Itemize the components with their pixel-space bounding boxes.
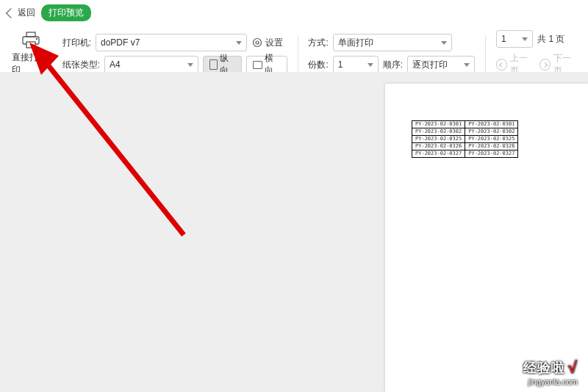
table-row: PY-2023-02-0302PY-2023-02-0302 <box>412 128 518 136</box>
top-bar: 返回 打印预览 <box>0 0 588 26</box>
page-input[interactable]: 1 <box>496 30 533 48</box>
chevron-down-icon <box>236 41 242 45</box>
check-icon: √ <box>568 358 578 377</box>
printer-value: doPDF v7 <box>101 37 140 48</box>
paper-value: A4 <box>110 59 121 70</box>
printer-select[interactable]: doPDF v7 <box>96 34 247 51</box>
mode-group: 方式: 单面打印 份数: 1 顺序: 逐页打印 <box>308 34 475 73</box>
watermark-title: 经验啦 <box>523 359 565 377</box>
preview-area: PY-2023-02-0301PY-2023-02-0301PY-2023-02… <box>0 72 588 392</box>
printer-label: 打印机: <box>62 37 91 49</box>
copies-value: 1 <box>338 59 343 70</box>
separator <box>485 35 486 72</box>
order-label: 顺序: <box>383 59 403 71</box>
svg-point-4 <box>253 39 261 47</box>
chevron-down-icon <box>522 37 528 41</box>
orientation-landscape[interactable]: 横向 <box>246 56 287 73</box>
table-row: PY-2023-02-0326PY-2023-02-0326 <box>412 143 518 150</box>
separator <box>298 35 298 72</box>
watermark-url: jingyanla.com <box>523 377 578 386</box>
table-cell: PY-2023-02-0325 <box>412 136 465 143</box>
total-pages: 共 1 页 <box>537 33 564 46</box>
back-button[interactable]: 返回 <box>7 7 35 19</box>
preview-table: PY-2023-02-0301PY-2023-02-0301PY-2023-02… <box>412 120 518 158</box>
chevron-left-icon <box>6 7 16 18</box>
page-input-value: 1 <box>501 34 506 44</box>
chevron-down-icon <box>187 63 193 67</box>
chevron-down-icon <box>46 62 51 65</box>
table-row: PY-2023-02-0327PY-2023-02-0327 <box>412 150 518 158</box>
circle-right-icon <box>539 59 551 70</box>
order-select[interactable]: 逐页打印 <box>407 56 475 73</box>
table-cell: PY-2023-02-0302 <box>412 128 465 136</box>
table-cell: PY-2023-02-0327 <box>412 150 465 158</box>
mode-label: 方式: <box>308 37 328 49</box>
settings-label: 设置 <box>265 37 283 49</box>
svg-rect-0 <box>26 32 35 37</box>
page-group: 1 共 1 页 上一页 下一页 <box>496 30 578 77</box>
page-title: 打印预览 <box>41 4 91 21</box>
mode-select[interactable]: 单面打印 <box>333 34 452 51</box>
landscape-icon <box>253 61 262 69</box>
mode-value: 单面打印 <box>338 37 373 49</box>
copies-select[interactable]: 1 <box>333 56 379 73</box>
chevron-down-icon <box>441 41 447 45</box>
table-cell: PY-2023-02-0325 <box>465 136 518 143</box>
svg-point-3 <box>36 38 37 40</box>
copies-label: 份数: <box>308 59 328 71</box>
circle-left-icon <box>496 59 507 70</box>
direct-print-button[interactable]: 直接打印 <box>10 31 52 76</box>
order-value: 逐页打印 <box>412 59 448 71</box>
page-preview: PY-2023-02-0301PY-2023-02-0301PY-2023-02… <box>385 84 588 392</box>
table-row: PY-2023-02-0301PY-2023-02-0301 <box>412 121 518 128</box>
printer-icon <box>21 31 41 50</box>
table-cell: PY-2023-02-0327 <box>465 150 518 158</box>
paper-select[interactable]: A4 <box>104 56 198 73</box>
svg-rect-2 <box>26 42 35 48</box>
table-cell: PY-2023-02-0301 <box>465 121 518 128</box>
table-row: PY-2023-02-0325PY-2023-02-0325 <box>412 136 518 143</box>
printer-group: 打印机: doPDF v7 设置 纸张类型: A4 <box>62 34 287 73</box>
table-cell: PY-2023-02-0301 <box>412 121 465 128</box>
table-cell: PY-2023-02-0326 <box>465 143 518 150</box>
table-cell: PY-2023-02-0326 <box>412 143 465 150</box>
chevron-down-icon <box>368 63 373 67</box>
watermark: 经验啦 √ jingyanla.com <box>523 358 578 386</box>
paper-label: 纸张类型: <box>62 59 100 71</box>
settings-button[interactable]: 设置 <box>251 37 283 49</box>
svg-point-5 <box>256 41 259 44</box>
portrait-icon <box>209 59 218 70</box>
table-cell: PY-2023-02-0302 <box>465 128 518 136</box>
back-label: 返回 <box>18 7 35 19</box>
gear-icon <box>251 37 263 48</box>
chevron-down-icon <box>464 63 470 67</box>
orientation-portrait[interactable]: 纵向 <box>203 56 242 73</box>
